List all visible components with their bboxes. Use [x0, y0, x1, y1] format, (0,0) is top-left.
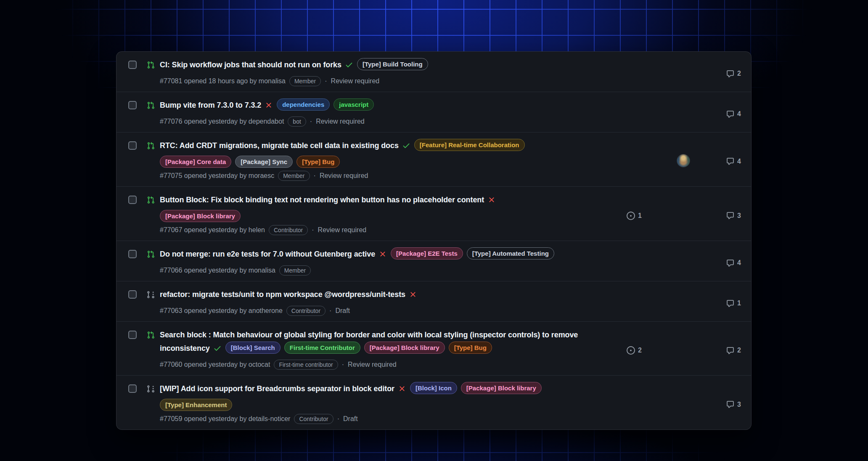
pr-title-link[interactable]: [WIP] Add icon support for Breadcrumbs s… [160, 384, 394, 393]
pr-label[interactable]: [Package] Sync [235, 156, 293, 168]
review-status: ·Review required [325, 77, 379, 85]
check-icon [213, 343, 222, 357]
comment-count[interactable]: 4 [719, 250, 741, 276]
comment-count[interactable]: 2 [719, 61, 741, 86]
pr-label[interactable]: [Package] Block library [364, 342, 445, 354]
pr-list-card: CI: Skip workflow jobs that should not r… [116, 51, 752, 430]
check-icon [345, 60, 353, 73]
reviewer-avatar[interactable] [677, 154, 690, 167]
comment-count[interactable]: 4 [719, 101, 741, 127]
pr-label[interactable]: [Type] Build Tooling [357, 58, 428, 70]
pr-meta: #77081 opened 18 hours ago by monalisa M… [160, 76, 714, 86]
comment-bubble-icon [726, 157, 734, 165]
pr-list-item: Do not merge: run e2e tests for 7.0 with… [116, 241, 751, 281]
pr-label[interactable]: [Package] E2E Tests [391, 247, 463, 260]
pr-labels-row: [Package] Block library [160, 210, 622, 222]
author-role-badge: bot [288, 117, 306, 127]
pr-labels-row: [Type] Enhancement [160, 399, 714, 411]
pr-list-item: RTC: Add CRDT migrations, migrate table … [116, 132, 751, 186]
pr-meta-text: #77067 opened yesterday by helen [160, 226, 265, 234]
x-icon [398, 384, 406, 397]
pr-label[interactable]: [Type] Bug [296, 156, 340, 168]
pr-meta-text: #77060 opened yesterday by octocat [160, 361, 270, 368]
comment-count[interactable]: 3 [719, 196, 741, 235]
pr-label[interactable]: [Package] Block library [461, 382, 542, 394]
pr-label[interactable]: [Block] Search [225, 342, 281, 354]
pr-title-link[interactable]: Button Block: Fix block binding text not… [160, 196, 484, 204]
comment-bubble-icon [726, 110, 734, 118]
pr-label[interactable]: [Type] Bug [449, 342, 492, 354]
x-icon [265, 100, 273, 114]
row-select-checkbox[interactable] [128, 101, 137, 109]
pr-meta: #77060 opened yesterday by octocat First… [160, 360, 622, 370]
pr-title-link[interactable]: CI: Skip workflow jobs that should not r… [160, 61, 341, 69]
pr-list-item: Search block : Match behaviour of global… [116, 321, 751, 375]
review-status: ·Draft [337, 415, 358, 423]
comment-count[interactable]: 1 [719, 291, 741, 316]
git-pull-request-icon [147, 331, 155, 339]
comment-count[interactable]: 2 [719, 331, 741, 370]
pr-list-item: refactor: migrate tests/unit to npm work… [116, 281, 751, 321]
pr-title-line: Bump vite from 7.3.0 to 7.3.2dependencie… [160, 98, 714, 114]
review-status: ·Review required [342, 361, 397, 368]
pr-title-link[interactable]: Do not merge: run e2e tests for 7.0 with… [160, 250, 375, 258]
pr-list-item: Button Block: Fix block binding text not… [116, 186, 751, 241]
row-select-checkbox[interactable] [128, 141, 137, 150]
pr-content: Button Block: Fix block binding text not… [160, 193, 622, 235]
git-pull-request-icon [147, 142, 155, 150]
pr-content: CI: Skip workflow jobs that should not r… [160, 58, 714, 86]
author-role-badge: Contributor [286, 306, 326, 316]
comment-bubble-icon [726, 212, 734, 220]
pr-title-line: [WIP] Add icon support for Breadcrumbs s… [160, 382, 714, 397]
review-status: ·Review required [314, 172, 368, 180]
pr-label[interactable]: [Type] Enhancement [160, 399, 232, 411]
pr-title-line: Button Block: Fix block binding text not… [160, 193, 622, 208]
pr-label[interactable]: [Type] Automated Testing [467, 247, 554, 260]
pr-title-line: Do not merge: run e2e tests for 7.0 with… [160, 247, 714, 262]
pr-title-link[interactable]: RTC: Add CRDT migrations, migrate table … [160, 141, 399, 150]
row-select-checkbox[interactable] [128, 331, 137, 339]
linked-issues-count[interactable]: 2 [627, 331, 653, 370]
pr-meta-text: #77066 opened yesterday by monalisa [160, 267, 275, 274]
pr-label[interactable]: [Package] Block library [160, 210, 241, 222]
pr-title-line: refactor: migrate tests/unit to npm work… [160, 288, 714, 303]
pr-labels-row: [Package] Core data[Package] Sync[Type] … [160, 156, 672, 168]
pr-list-item: [WIP] Add icon support for Breadcrumbs s… [116, 375, 751, 429]
pr-meta-text: #77075 opened yesterday by moraesc [160, 172, 274, 180]
pr-title-link[interactable]: refactor: migrate tests/unit to npm work… [160, 290, 405, 299]
issue-opened-icon [627, 212, 635, 220]
review-status: ·Review required [310, 118, 365, 125]
pr-label[interactable]: dependencies [277, 98, 330, 111]
pr-label[interactable]: [Feature] Real-time Collaboration [414, 139, 525, 151]
pr-title-link[interactable]: Bump vite from 7.3.0 to 7.3.2 [160, 101, 261, 109]
pr-content: RTC: Add CRDT migrations, migrate table … [160, 139, 672, 181]
pr-content: refactor: migrate tests/unit to npm work… [160, 288, 714, 316]
pr-label[interactable]: javascript [333, 98, 374, 111]
row-select-checkbox[interactable] [128, 196, 137, 204]
author-role-badge: Contributor [294, 414, 333, 424]
x-icon [378, 249, 387, 262]
pr-meta: #77076 opened yesterday by dependabot bo… [160, 117, 714, 127]
comment-count[interactable]: 3 [719, 385, 741, 424]
row-select-checkbox[interactable] [128, 290, 137, 299]
pr-content: Search block : Match behaviour of global… [160, 328, 622, 370]
pr-label[interactable]: First-time Contributor [284, 342, 360, 354]
row-select-checkbox[interactable] [128, 61, 137, 69]
issue-opened-icon [627, 346, 635, 355]
pr-label[interactable]: [Block] Icon [410, 382, 457, 394]
row-select-checkbox[interactable] [128, 384, 137, 393]
x-icon [409, 289, 417, 303]
pr-title-line: RTC: Add CRDT migrations, migrate table … [160, 139, 672, 154]
git-pull-request-icon [147, 196, 155, 204]
git-pull-request-icon [147, 101, 155, 109]
pr-meta-text: #77081 opened 18 hours ago by monalisa [160, 77, 286, 85]
author-role-badge: Member [278, 171, 310, 181]
linked-issues-count[interactable]: 1 [627, 196, 653, 235]
comment-bubble-icon [726, 70, 734, 78]
pr-list-item: Bump vite from 7.3.0 to 7.3.2dependencie… [116, 92, 751, 132]
comment-count[interactable]: 4 [719, 142, 741, 181]
pr-meta: #77063 opened yesterday by anotherone Co… [160, 306, 714, 316]
row-select-checkbox[interactable] [128, 250, 137, 258]
pr-title-line: Search block : Match behaviour of global… [160, 328, 622, 357]
pr-label[interactable]: [Package] Core data [160, 156, 231, 168]
